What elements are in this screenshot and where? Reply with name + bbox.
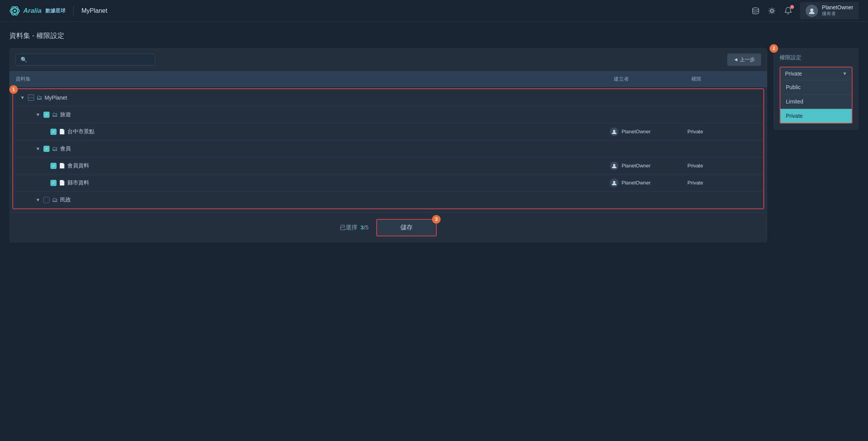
left-panel: 🔍 ◄ 上一步 資料集 建立者 權限 1 ▼ — xyxy=(9,48,767,243)
creator-avatar-countydata xyxy=(610,179,618,187)
dropdown-selected[interactable]: Private ▼ xyxy=(780,67,852,80)
user-name: PlanetOwner xyxy=(822,4,853,10)
row-name-countydata: ✓ 📄 縣市資料 xyxy=(19,179,610,186)
selected-label: 已選擇 xyxy=(340,224,357,231)
chevron-civil[interactable]: ▼ xyxy=(35,196,41,203)
col-dataset: 資料集 xyxy=(16,76,614,83)
row-label-countydata: 縣市資料 xyxy=(67,179,89,186)
check-icon: ✓ xyxy=(52,164,55,168)
row-label-travel: 旅遊 xyxy=(60,111,71,118)
chevron-down-icon: ▼ xyxy=(842,71,847,76)
search-wrap: 🔍 xyxy=(16,54,155,65)
content-area: 🔍 ◄ 上一步 資料集 建立者 權限 1 ▼ — xyxy=(9,48,859,243)
perm-countydata: Private xyxy=(687,180,757,186)
avatar xyxy=(806,5,818,17)
header: Aralia 數據星球 MyPlanet xyxy=(0,0,868,22)
table-row: ▼ ✓ 🗂 會員 xyxy=(13,140,763,157)
dropdown-item-limited[interactable]: Limited xyxy=(780,95,852,109)
row-label-civil: 民政 xyxy=(60,196,71,203)
logo-text: Aralia xyxy=(23,7,41,15)
col-creator: 建立者 xyxy=(614,76,691,83)
header-title: MyPlanet xyxy=(81,7,107,14)
row-name-myplanet: ▼ — 🗂 MyPlanet xyxy=(19,94,610,101)
file-icon-memberdata: 📄 xyxy=(59,163,65,169)
table-row: ▼ ✓ 🗂 旅遊 xyxy=(13,106,763,123)
row-name-travel: ▼ ✓ 🗂 旅遊 xyxy=(19,111,610,118)
row-name-taichung: ✓ 📄 台中市景點 xyxy=(19,128,610,135)
svg-point-5 xyxy=(771,10,773,12)
logo: Aralia 數據星球 xyxy=(9,5,65,16)
file-icon-countydata: 📄 xyxy=(59,180,65,186)
user-section[interactable]: PlanetOwner 擁有者 xyxy=(800,2,859,19)
creator-memberdata: PlanetOwner xyxy=(610,162,687,170)
svg-point-3 xyxy=(14,10,16,12)
search-input[interactable] xyxy=(30,57,146,63)
save-button[interactable]: 儲存 xyxy=(376,219,437,236)
table-row: ✓ 📄 縣市資料 PlanetOwner xyxy=(13,174,763,191)
database-button[interactable] xyxy=(751,7,760,15)
settings-button[interactable] xyxy=(768,7,776,15)
search-icon: 🔍 xyxy=(21,57,27,63)
chevron-myplanet[interactable]: ▼ xyxy=(19,94,26,101)
check-icon: ✓ xyxy=(52,129,55,134)
user-role: 擁有者 xyxy=(822,10,853,17)
gear-icon xyxy=(768,7,776,15)
row-name-civil: ▼ 🗂 民政 xyxy=(19,196,610,203)
svg-point-10 xyxy=(613,181,615,183)
page-title: 資料集 - 權限設定 xyxy=(9,31,859,40)
partial-icon: — xyxy=(29,95,33,100)
badge-1: 1 xyxy=(9,85,18,94)
badge-2: 2 xyxy=(770,44,778,53)
dropdown-menu: Public Limited Private xyxy=(780,80,852,123)
checkbox-memberdata[interactable]: ✓ xyxy=(50,163,57,169)
page: 資料集 - 權限設定 🔍 ◄ 上一步 資料集 建立者 權限 1 xyxy=(0,22,868,243)
right-panel-title: 權限設定 xyxy=(780,54,852,61)
svg-point-9 xyxy=(613,164,615,166)
perm-taichung: Private xyxy=(687,129,757,134)
row-label-myplanet: MyPlanet xyxy=(45,95,67,101)
folder-icon-civil: 🗂 xyxy=(52,196,58,203)
dropdown-selected-text: Private xyxy=(785,71,802,77)
database-icon xyxy=(751,7,760,15)
creator-name-memberdata: PlanetOwner xyxy=(622,163,651,169)
perm-memberdata: Private xyxy=(687,163,757,169)
checkbox-member[interactable]: ✓ xyxy=(43,146,50,152)
notification-badge xyxy=(790,5,794,9)
header-icons: PlanetOwner 擁有者 xyxy=(751,2,859,19)
checkbox-taichung[interactable]: ✓ xyxy=(50,129,57,135)
checkbox-civil[interactable] xyxy=(43,197,50,203)
dropdown-item-private[interactable]: Private xyxy=(780,109,852,123)
notifications-button[interactable] xyxy=(784,7,792,15)
creator-name-taichung: PlanetOwner xyxy=(622,129,651,134)
right-panel: 2 權限設定 Private ▼ Public Limited Private xyxy=(773,48,859,130)
permission-dropdown-wrap: Private ▼ Public Limited Private xyxy=(780,67,852,124)
table-row: ▼ — 🗂 MyPlanet xyxy=(13,89,763,106)
checkbox-myplanet[interactable]: — xyxy=(28,95,34,101)
selected-count-label: 已選擇 3/5 xyxy=(340,224,369,231)
col-permission: 權限 xyxy=(691,76,761,83)
chevron-member[interactable]: ▼ xyxy=(35,145,41,152)
search-row: 🔍 ◄ 上一步 xyxy=(9,48,767,71)
chevron-travel[interactable]: ▼ xyxy=(35,111,41,118)
check-icon: ✓ xyxy=(45,112,48,117)
back-button[interactable]: ◄ 上一步 xyxy=(727,53,761,66)
checkbox-travel[interactable]: ✓ xyxy=(43,112,50,118)
row-name-memberdata: ✓ 📄 會員資料 xyxy=(19,162,610,169)
table-row: ✓ 📄 台中市景點 PlanetOwner xyxy=(13,123,763,140)
selected-num: 3 xyxy=(360,224,363,231)
row-label-taichung: 台中市景點 xyxy=(67,128,95,135)
checkbox-countydata[interactable]: ✓ xyxy=(50,180,57,186)
dropdown-item-public[interactable]: Public xyxy=(780,80,852,95)
logo-subtitle: 數據星球 xyxy=(45,7,65,14)
total-num: 5 xyxy=(365,224,369,231)
user-info: PlanetOwner 擁有者 xyxy=(822,4,853,17)
check-icon: ✓ xyxy=(52,181,55,185)
svg-point-8 xyxy=(613,130,615,132)
table-row: ✓ 📄 會員資料 PlanetOwner xyxy=(13,157,763,174)
row-name-member: ▼ ✓ 🗂 會員 xyxy=(19,145,610,152)
creator-avatar-memberdata xyxy=(610,162,618,170)
creator-taichung: PlanetOwner xyxy=(610,127,687,136)
row-label-memberdata: 會員資料 xyxy=(67,162,89,169)
badge-3: 3 xyxy=(432,215,441,224)
creator-name-countydata: PlanetOwner xyxy=(622,180,651,186)
